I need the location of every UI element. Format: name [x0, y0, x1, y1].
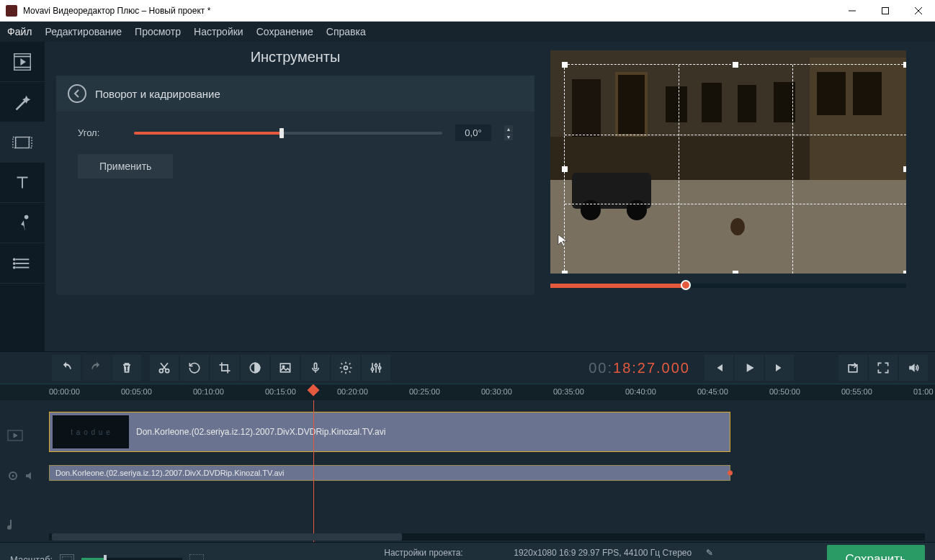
menu-view[interactable]: Просмотр	[135, 26, 181, 37]
menu-edit[interactable]: Редактирование	[45, 26, 122, 37]
crop-handle[interactable]	[562, 271, 568, 274]
sidebar-more-icon[interactable]	[0, 243, 45, 284]
mic-button[interactable]	[301, 355, 330, 381]
playhead-line[interactable]	[313, 400, 314, 542]
timeline-toolbar: 00:18:27.000	[0, 351, 935, 384]
zoom-in-icon[interactable]	[189, 554, 204, 560]
save-button[interactable]: Сохранить	[827, 545, 925, 560]
undo-button[interactable]	[52, 355, 81, 381]
project-settings-label: Настройки проекта:	[384, 548, 499, 558]
audio-clip-label: Don.Korleone.(02.seriya.iz.12).2007.DivX…	[55, 469, 285, 477]
sidebar	[0, 42, 45, 351]
preview-area	[542, 42, 935, 351]
titlebar: Movavi Видеоредактор Плюс – Новый проект…	[0, 0, 935, 22]
color-button[interactable]	[241, 355, 269, 381]
svg-point-15	[14, 263, 15, 264]
minimize-button[interactable]	[836, 0, 869, 22]
window-title: Movavi Видеоредактор Плюс – Новый проект…	[23, 6, 836, 16]
maximize-button[interactable]	[869, 0, 902, 22]
crop-button[interactable]	[210, 355, 239, 381]
svg-rect-5	[14, 53, 31, 56]
menubar: Файл Редактирование Просмотр Настройки С…	[0, 22, 935, 42]
audio-clip[interactable]: Don.Korleone.(02.seriya.iz.12).2007.DivX…	[49, 465, 730, 481]
svg-rect-37	[280, 363, 290, 372]
close-button[interactable]	[902, 0, 935, 22]
status-bar: Масштаб: Настройки проекта: 1920x1080 16…	[0, 542, 935, 560]
menu-save[interactable]: Сохранение	[256, 26, 313, 37]
sidebar-wand-icon[interactable]	[0, 82, 45, 122]
fullscreen-button[interactable]	[869, 355, 898, 381]
gear-button[interactable]	[331, 355, 360, 381]
timeline[interactable]: t a o d u e Don.Korleone.(02.seriya.iz.1…	[0, 400, 935, 542]
svg-point-42	[375, 364, 377, 366]
svg-point-10	[24, 214, 29, 219]
tools-title: Инструменты	[56, 49, 534, 66]
svg-point-47	[12, 475, 14, 477]
export-frame-button[interactable]	[838, 355, 867, 381]
video-clip-label: Don.Korleone.(02.seriya.iz.12).2007.DivX…	[136, 427, 385, 437]
edit-settings-icon[interactable]: ✎	[706, 548, 713, 558]
angle-label: Угол:	[78, 127, 121, 138]
crop-handle[interactable]	[733, 62, 738, 68]
svg-point-14	[14, 258, 15, 260]
sidebar-crop-icon[interactable]	[0, 122, 45, 163]
crop-handle[interactable]	[903, 166, 906, 172]
equalizer-button[interactable]	[362, 355, 390, 381]
rotate-button[interactable]	[180, 355, 209, 381]
menu-help[interactable]: Справка	[326, 26, 366, 37]
timeline-scrollbar[interactable]	[49, 533, 925, 541]
tools-panel: Инструменты Поворот и кадрирование Угол:…	[45, 42, 542, 351]
crop-handle[interactable]	[903, 271, 906, 274]
crop-handle[interactable]	[562, 166, 568, 172]
svg-point-43	[378, 366, 380, 369]
crop-grid[interactable]	[565, 65, 906, 274]
cursor-icon	[558, 234, 568, 250]
svg-rect-1	[882, 7, 889, 14]
timeline-ruler[interactable]: 00:00:00 00:05:00 00:10:00 00:15:00 00:2…	[0, 384, 935, 400]
timecode: 00:18:27.000	[589, 359, 690, 376]
preview-frame[interactable]	[550, 50, 906, 274]
sidebar-text-icon[interactable]	[0, 163, 45, 203]
angle-step-down[interactable]: ▼	[504, 133, 513, 140]
svg-rect-6	[14, 67, 31, 70]
next-button[interactable]	[765, 355, 794, 381]
cut-button[interactable]	[150, 355, 179, 381]
svg-rect-7	[16, 137, 30, 148]
image-button[interactable]	[271, 355, 300, 381]
menu-settings[interactable]: Настройки	[194, 26, 243, 37]
apply-button[interactable]: Применить	[78, 154, 173, 179]
crop-handle[interactable]	[903, 62, 906, 68]
clip-thumbnail: t a o d u e	[53, 415, 129, 448]
redo-button[interactable]	[82, 355, 111, 381]
sidebar-motion-icon[interactable]	[0, 203, 45, 243]
svg-point-40	[344, 366, 348, 370]
svg-point-41	[371, 368, 373, 370]
audio-lane-icon	[7, 465, 36, 487]
sidebar-media-icon[interactable]	[0, 42, 45, 82]
prev-button[interactable]	[704, 355, 733, 381]
music-lane-icon	[7, 514, 36, 536]
menu-file[interactable]: Файл	[7, 26, 32, 37]
back-button[interactable]	[68, 84, 86, 103]
delete-button[interactable]	[112, 355, 141, 381]
svg-point-16	[14, 266, 15, 268]
crop-handle[interactable]	[562, 62, 568, 68]
project-settings-value: 1920x1080 16:9 29.97 FPS, 44100 Гц Стере…	[514, 548, 692, 558]
play-button[interactable]	[735, 355, 764, 381]
svg-rect-39	[314, 363, 316, 369]
video-lane-icon	[7, 425, 36, 446]
preview-scrubber[interactable]	[550, 284, 906, 288]
crop-handle[interactable]	[733, 271, 738, 274]
volume-button[interactable]	[899, 355, 928, 381]
app-icon	[6, 5, 17, 17]
tool-section-label: Поворот и кадрирование	[95, 88, 220, 100]
zoom-out-icon[interactable]	[60, 554, 74, 560]
video-clip[interactable]: t a o d u e Don.Korleone.(02.seriya.iz.1…	[49, 412, 730, 452]
angle-step-up[interactable]: ▲	[504, 125, 513, 132]
angle-slider[interactable]	[134, 132, 442, 135]
angle-value[interactable]: 0,0°	[455, 125, 491, 141]
zoom-label: Масштаб:	[10, 554, 53, 561]
